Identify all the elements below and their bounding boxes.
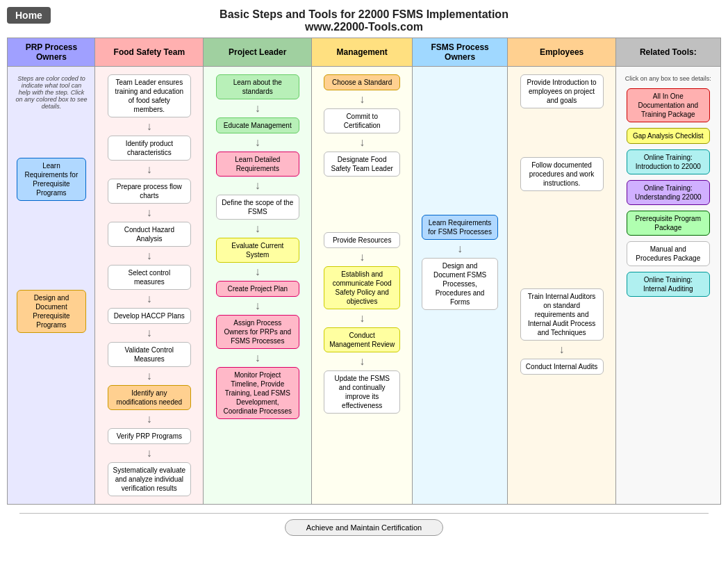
fsms-box-0[interactable]: Learn Requirements for FSMS Processes bbox=[422, 215, 498, 240]
mgmt-box-6[interactable]: Update the FSMS and continually improve … bbox=[324, 370, 400, 414]
emp-box-3[interactable]: Conduct Internal Audits bbox=[520, 359, 604, 375]
tool-box-2[interactable]: Online Training: Introduction to 22000 bbox=[627, 149, 710, 174]
food-box-8[interactable]: Verify PRP Programs bbox=[108, 428, 191, 444]
fsms-box-1[interactable]: Design and Document FSMS Processes, Proc… bbox=[422, 258, 498, 310]
food-box-6[interactable]: Validate Control Measures bbox=[108, 342, 191, 367]
prp-box2[interactable]: Design and Document Prerequisite Program… bbox=[17, 290, 86, 333]
mgmt-box-5[interactable]: Conduct Management Review bbox=[324, 327, 400, 352]
header-project: Project Leader bbox=[204, 38, 312, 67]
header-emp: Employees bbox=[508, 38, 616, 67]
project-column: Learn about the standards ↓ Educate Mana… bbox=[204, 67, 312, 505]
fsms-column: Learn Requirements for FSMS Processes ↓ … bbox=[413, 67, 508, 505]
mgmt-box-3[interactable]: Provide Resources bbox=[324, 232, 400, 248]
prp-note: Steps are color coded to indicate what t… bbox=[12, 72, 90, 113]
tool-box-3[interactable]: Online Training: Understanding 22000 bbox=[627, 180, 710, 205]
header-fsms: FSMS Process Owners bbox=[413, 38, 508, 67]
project-box-1[interactable]: Educate Management bbox=[216, 117, 299, 133]
food-box-0[interactable]: Team Leader ensures training and educati… bbox=[108, 74, 191, 117]
tool-box-6[interactable]: Online Training: Internal Auditing bbox=[627, 272, 710, 297]
emp-box-0[interactable]: Provide Introduction to employees on pro… bbox=[520, 74, 604, 108]
tool-box-4[interactable]: Prerequisite Program Package bbox=[627, 211, 710, 236]
tool-box-5[interactable]: Manual and Procedures Package bbox=[627, 241, 710, 266]
project-box-3[interactable]: Define the scope of the FSMS bbox=[216, 195, 299, 220]
food-box-4[interactable]: Select control measures bbox=[108, 265, 191, 290]
food-box-1[interactable]: Identify product characteristics bbox=[108, 136, 191, 161]
food-box-2[interactable]: Prepare process flow charts bbox=[108, 179, 191, 204]
emp-column: Provide Introduction to employees on pro… bbox=[508, 67, 616, 505]
mgmt-box-1[interactable]: Commit to Certification bbox=[324, 108, 400, 133]
project-box-0[interactable]: Learn about the standards bbox=[216, 74, 299, 99]
food-box-5[interactable]: Develop HACCP Plans bbox=[108, 308, 191, 324]
header-mgmt: Management bbox=[312, 38, 413, 67]
mgmt-column: Choose a Standard ↓ Commit to Certificat… bbox=[312, 67, 413, 505]
achieve-bar: Achieve and Maintain Certification bbox=[0, 505, 728, 541]
prp-box1[interactable]: Learn Requirements for Prerequisite Prog… bbox=[17, 158, 86, 201]
project-box-7[interactable]: Monitor Project Timeline, Provide Traini… bbox=[216, 367, 299, 419]
tools-note: Click on any box to see details: bbox=[624, 72, 713, 85]
header-prp: PRP Process Owners bbox=[8, 38, 95, 67]
project-box-2[interactable]: Learn Detailed Requirements bbox=[216, 152, 299, 177]
mgmt-box-2[interactable]: Designate Food Safety Team Leader bbox=[324, 152, 400, 177]
header-tools: Related Tools: bbox=[616, 38, 720, 67]
page-title: Basic Steps and Tools for 22000 FSMS Imp… bbox=[0, 0, 728, 38]
project-box-6[interactable]: Assign Process Owners for PRPs and FSMS … bbox=[216, 315, 299, 349]
mgmt-box-4[interactable]: Establish and communicate Food Safety Po… bbox=[324, 266, 400, 309]
food-box-3[interactable]: Conduct Hazard Analysis bbox=[108, 222, 191, 247]
tool-box-0[interactable]: All In One Documentation and Training Pa… bbox=[627, 88, 710, 122]
tool-box-1[interactable]: Gap Analysis Checklist bbox=[627, 128, 710, 144]
achieve-label: Achieve and Maintain Certification bbox=[285, 519, 443, 536]
header-food: Food Safety Team bbox=[95, 38, 204, 67]
project-box-5[interactable]: Create Project Plan bbox=[216, 281, 299, 297]
project-box-4[interactable]: Evaluate Current System bbox=[216, 238, 299, 263]
prp-column: Steps are color coded to indicate what t… bbox=[8, 67, 95, 505]
food-box-7[interactable]: Identify any modifications needed bbox=[108, 385, 191, 410]
tools-column: Click on any box to see details: All In … bbox=[616, 67, 720, 505]
food-box-9[interactable]: Systematically evaluate and analyze indi… bbox=[108, 462, 191, 496]
emp-box-2[interactable]: Train Internal Auditors on standard requ… bbox=[520, 288, 604, 341]
mgmt-box-0[interactable]: Choose a Standard bbox=[324, 74, 400, 90]
emp-box-1[interactable]: Follow documented procedures and work in… bbox=[520, 157, 604, 191]
food-safety-column: Team Leader ensures training and educati… bbox=[95, 67, 204, 505]
home-button[interactable]: Home bbox=[7, 7, 51, 24]
